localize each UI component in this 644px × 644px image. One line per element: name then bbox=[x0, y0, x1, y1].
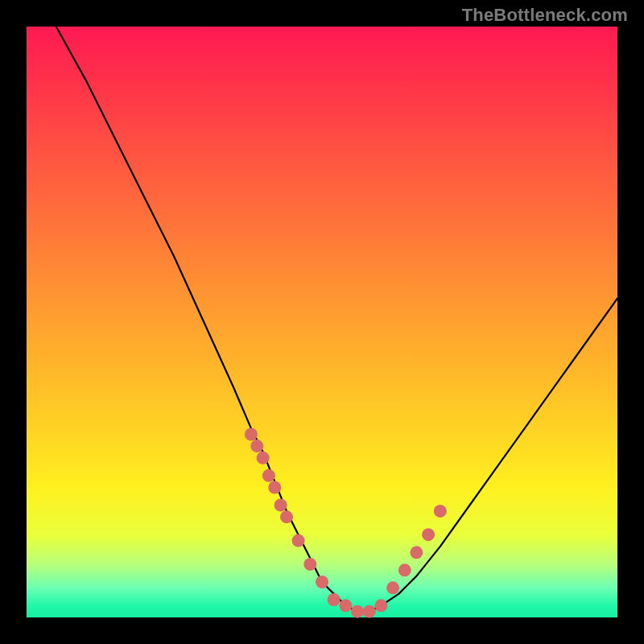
data-point bbox=[351, 605, 364, 618]
data-point bbox=[262, 469, 275, 482]
data-point bbox=[374, 599, 387, 612]
data-point bbox=[386, 581, 399, 594]
data-point bbox=[434, 505, 447, 518]
curve-path bbox=[56, 27, 617, 612]
data-point bbox=[410, 546, 423, 559]
watermark-text: TheBottleneck.com bbox=[462, 5, 628, 26]
data-point bbox=[257, 452, 270, 464]
data-point bbox=[316, 576, 328, 588]
data-point bbox=[339, 599, 352, 612]
data-point bbox=[245, 428, 258, 441]
data-point bbox=[363, 605, 376, 618]
data-point bbox=[280, 510, 293, 523]
data-point bbox=[292, 535, 305, 547]
chart-frame: TheBottleneck.com bbox=[0, 0, 644, 644]
data-point bbox=[250, 440, 263, 452]
data-point bbox=[398, 564, 411, 576]
chart-svg bbox=[27, 27, 617, 617]
data-point bbox=[328, 593, 341, 606]
data-point bbox=[275, 499, 287, 512]
data-point bbox=[268, 481, 281, 494]
data-point bbox=[422, 528, 435, 541]
data-point bbox=[303, 558, 316, 571]
plot-area bbox=[27, 27, 617, 617]
